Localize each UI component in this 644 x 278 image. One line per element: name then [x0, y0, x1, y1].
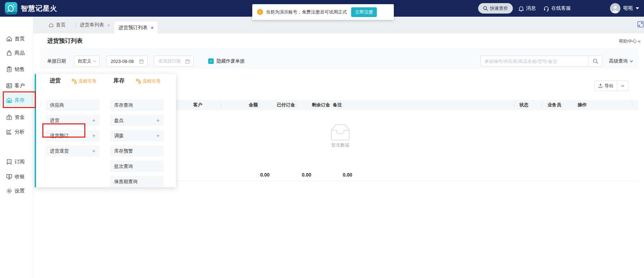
chart-icon — [6, 129, 12, 135]
sidebar-item-subscribe[interactable]: 订阅 — [0, 155, 33, 169]
id-card-icon — [6, 82, 12, 89]
flyout-item-transfer[interactable]: 调拨 + — [110, 130, 164, 141]
divider — [221, 103, 222, 107]
flow-guide-icon — [72, 79, 77, 84]
date-mode-select[interactable]: 自定义 — [74, 56, 100, 67]
sidebar-item-cashier[interactable]: 收银 — [0, 170, 33, 183]
chevron-down-icon — [629, 60, 633, 63]
column-header-salesperson[interactable]: 业务员 — [548, 100, 561, 110]
sidebar-item-label: 订阅 — [15, 158, 25, 165]
brand-title: 智慧记星火 — [21, 0, 57, 17]
clipboard-icon — [6, 66, 12, 73]
flyout-item-label: 供应商 — [50, 102, 64, 108]
flyout-item-shelf-life-query[interactable]: 保质期查询 — [110, 176, 164, 187]
close-icon[interactable]: × — [151, 25, 153, 31]
flyout-item-supplier[interactable]: 供应商 — [46, 99, 100, 111]
total-remaining-deposit: 0.00 — [317, 172, 352, 178]
plus-icon[interactable]: + — [92, 133, 95, 139]
date-to-placeholder: 请选择日期 — [158, 58, 181, 64]
user-menu[interactable]: 呃呃 — [610, 0, 639, 17]
flyout-item-stock-warning[interactable]: 库存预警 — [110, 145, 164, 157]
tab-purchase-list[interactable]: 进货单列表 × — [80, 17, 110, 33]
flyout-item-label: 保质期查询 — [114, 179, 138, 185]
export-split-button[interactable]: 导出 — [594, 81, 628, 91]
breadcrumb-home-label: 首页 — [56, 22, 66, 28]
register-button[interactable]: 立即注册 — [351, 7, 377, 17]
column-header-customer[interactable]: 客户 — [193, 100, 202, 110]
expand-icon[interactable] — [637, 21, 644, 28]
flow-guide-icon — [136, 79, 141, 84]
sidebar-item-label: 销售 — [15, 66, 25, 73]
plus-icon[interactable]: + — [92, 148, 95, 154]
app-logo — [5, 2, 17, 15]
chevron-down-icon — [621, 85, 625, 87]
tab-label: 进货预订列表 — [118, 25, 147, 31]
export-icon — [598, 83, 603, 88]
checkbox-checked-icon[interactable]: ✓ — [208, 58, 214, 64]
sidebar-item-goods[interactable]: 商品 — [0, 46, 33, 60]
advanced-query-toggle[interactable]: 高级查询 — [609, 56, 633, 67]
export-button[interactable]: 导出 — [594, 81, 617, 91]
help-center-link[interactable]: 帮助中心 « — [619, 38, 641, 44]
flyout-item-label: 库存预警 — [114, 148, 133, 154]
sidebar-item-label: 收银 — [15, 173, 25, 180]
headset-icon — [543, 6, 549, 11]
total-paid-deposit: 0.00 — [277, 172, 311, 178]
plus-icon[interactable]: + — [156, 117, 160, 124]
process-guide-link[interactable]: 流程引导 — [72, 78, 96, 84]
warning-icon: ! — [257, 9, 263, 15]
flyout-item-stock-query[interactable]: 库存查询 — [110, 99, 164, 111]
sidebar-item-settings[interactable]: 设置 — [0, 184, 33, 198]
plus-icon[interactable]: + — [92, 117, 95, 124]
sidebar-item-sales[interactable]: 销售 — [0, 62, 33, 76]
search-button[interactable] — [588, 56, 602, 67]
sidebar-item-label: 库存 — [15, 97, 25, 104]
export-label: 导出 — [604, 83, 613, 89]
flyout-item-purchase-return[interactable]: 进货退货 + — [46, 145, 100, 157]
online-service-label: 在线客服 — [551, 5, 571, 11]
close-icon[interactable]: × — [107, 23, 110, 28]
flyout-item-stocktake[interactable]: 盘点 + — [110, 115, 164, 126]
sidebar-item-funds[interactable]: 资金 — [0, 110, 33, 124]
column-header-actions[interactable]: 操作 — [578, 100, 587, 110]
process-guide-link[interactable]: 流程引导 — [136, 78, 161, 84]
quick-price-button[interactable]: 快速查价 — [478, 3, 513, 14]
briefcase-icon — [6, 114, 12, 121]
column-header-remark[interactable]: 备注 — [333, 100, 342, 110]
sidebar-item-home[interactable]: 首页 — [0, 32, 33, 46]
sidebar-item-label: 商品 — [15, 50, 25, 56]
date-from-input[interactable]: 2023-08-08 — [106, 56, 147, 67]
gear-icon — [6, 188, 12, 194]
demo-banner: ! 当前为演示账号，免费注册后可试用正式 立即注册 — [252, 4, 394, 20]
chevron-down-icon — [93, 60, 96, 63]
sidebar-item-analysis[interactable]: 分析 — [0, 125, 33, 139]
hide-void-checkbox-row[interactable]: ✓ 隐藏作废单据 — [208, 58, 245, 64]
export-dropdown-button[interactable] — [617, 81, 628, 91]
column-header-status[interactable]: 状态 — [519, 100, 528, 110]
flyout-item-label: 调拨 — [114, 133, 124, 139]
tab-purchase-reserve-list[interactable]: 进货预订列表 × — [115, 22, 158, 34]
search-input[interactable] — [481, 56, 588, 67]
column-header-remaining-deposit[interactable]: 剩余订金 — [295, 100, 330, 110]
banner-text: 当前为演示账号，免费注册后可试用正式 — [266, 9, 347, 15]
flyout-section-title-inventory: 库存 — [113, 77, 125, 84]
calendar-icon — [139, 59, 144, 64]
breadcrumb-home[interactable]: 首页 — [49, 17, 66, 33]
online-service-button[interactable]: 在线客服 — [543, 0, 571, 17]
flyout-item-purchase-reserve[interactable]: 进货预订 + — [46, 130, 100, 141]
divider — [632, 103, 633, 107]
column-header-amount[interactable]: 金额 — [223, 100, 258, 110]
sidebar-item-customers[interactable]: 客户 — [0, 79, 33, 92]
sidebar-item-inventory[interactable]: 库存 — [0, 93, 33, 107]
column-header-paid-deposit[interactable]: 已付订金 — [260, 100, 295, 110]
sidebar-item-label: 设置 — [15, 188, 25, 194]
warehouse-icon — [6, 97, 12, 104]
plus-icon[interactable]: + — [156, 133, 160, 139]
messages-button[interactable]: 消息 — [518, 0, 536, 17]
date-to-input[interactable]: 请选择日期 — [154, 56, 194, 67]
flyout-item-purchase[interactable]: 进货 + — [46, 115, 100, 126]
bag-icon — [6, 50, 12, 56]
total-amount: 0.00 — [235, 172, 270, 178]
flyout-item-batch-query[interactable]: 批次查询 — [110, 161, 164, 172]
flyout-item-label: 批次查询 — [114, 163, 133, 170]
